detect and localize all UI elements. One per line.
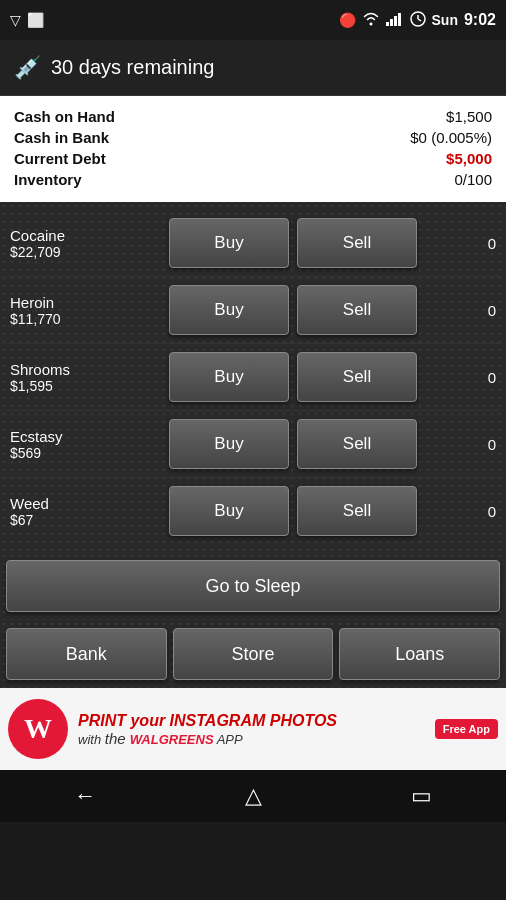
home-icon[interactable]: △: [237, 775, 270, 817]
store-button[interactable]: Store: [173, 628, 334, 680]
system-nav: ← △ ▭: [0, 770, 506, 822]
signal-bars-icon: [386, 12, 404, 29]
sell-button[interactable]: Sell: [297, 218, 417, 268]
wifi-icon: [362, 12, 380, 29]
sleep-button[interactable]: Go to Sleep: [6, 560, 500, 612]
market-row: Cocaine $22,709 Buy Sell 0: [6, 210, 500, 277]
svg-rect-2: [394, 16, 397, 26]
ad-line1: PRINT your INSTAGRAM PHOTOS: [78, 712, 435, 730]
ad-app-text: APP: [214, 732, 243, 747]
drug-price: $569: [10, 445, 120, 461]
drug-btn-group: Buy Sell: [120, 419, 466, 469]
ad-walgreens-text: WALGREENS: [130, 732, 214, 747]
status-right-icons: 🔴 Sun 9:02: [339, 11, 496, 30]
buy-button[interactable]: Buy: [169, 486, 289, 536]
ad-content: W PRINT your INSTAGRAM PHOTOS with the W…: [0, 688, 506, 770]
current-debt-row: Current Debt $5,000: [14, 148, 492, 169]
drug-btn-group: Buy Sell: [120, 285, 466, 335]
cash-in-bank-label: Cash in Bank: [14, 129, 109, 146]
image-icon: ⬜: [27, 12, 44, 28]
ad-your-text: your: [130, 712, 169, 729]
market-row: Shrooms $1,595 Buy Sell 0: [6, 344, 500, 411]
inventory-label: Inventory: [14, 171, 82, 188]
cash-on-hand-label: Cash on Hand: [14, 108, 115, 125]
drug-quantity: 0: [466, 302, 496, 319]
drug-quantity: 0: [466, 369, 496, 386]
cash-on-hand-value: $1,500: [446, 108, 492, 125]
bank-button[interactable]: Bank: [6, 628, 167, 680]
ad-instagram-text: INSTAGRAM PHOTOS: [170, 712, 337, 729]
drug-price: $22,709: [10, 244, 120, 260]
market-row: Heroin $11,770 Buy Sell 0: [6, 277, 500, 344]
drug-quantity: 0: [466, 503, 496, 520]
market-area: Cocaine $22,709 Buy Sell 0 Heroin $11,77…: [0, 202, 506, 552]
ad-the-text: the: [105, 730, 130, 747]
syringe-icon: 💉: [14, 55, 41, 81]
inventory-row: Inventory 0/100: [14, 169, 492, 190]
status-bar: ▽ ⬜ 🔴: [0, 0, 506, 40]
inventory-value: 0/100: [454, 171, 492, 188]
time-label: 9:02: [464, 11, 496, 29]
sell-button[interactable]: Sell: [297, 285, 417, 335]
signal-icon: ▽: [10, 12, 21, 28]
drug-price: $11,770: [10, 311, 120, 327]
drug-price: $1,595: [10, 378, 120, 394]
bluetooth-icon: 🔴: [339, 12, 356, 28]
drug-name: Weed: [10, 495, 120, 512]
market-row: Ecstasy $569 Buy Sell 0: [6, 411, 500, 478]
loans-button[interactable]: Loans: [339, 628, 500, 680]
clock-icon: [410, 11, 426, 30]
ad-with-text: with: [78, 732, 105, 747]
cash-on-hand-row: Cash on Hand $1,500: [14, 106, 492, 127]
title-bar: 💉 30 days remaining: [0, 40, 506, 96]
drug-info: Ecstasy $569: [10, 428, 120, 461]
free-app-badge: Free App: [435, 719, 498, 739]
svg-rect-3: [398, 13, 401, 26]
svg-rect-0: [386, 22, 389, 26]
day-label: Sun: [432, 12, 458, 28]
stats-panel: Cash on Hand $1,500 Cash in Bank $0 (0.0…: [0, 96, 506, 202]
buy-button[interactable]: Buy: [169, 218, 289, 268]
walgreens-logo-letter: W: [24, 713, 52, 745]
drug-info: Heroin $11,770: [10, 294, 120, 327]
drug-name: Heroin: [10, 294, 120, 311]
sell-button[interactable]: Sell: [297, 352, 417, 402]
svg-rect-1: [390, 19, 393, 26]
svg-line-6: [418, 19, 421, 21]
cash-in-bank-value: $0 (0.005%): [410, 129, 492, 146]
recents-icon[interactable]: ▭: [403, 775, 440, 817]
status-left-icons: ▽ ⬜: [10, 12, 44, 28]
drug-info: Shrooms $1,595: [10, 361, 120, 394]
ad-print-text: PRINT: [78, 712, 130, 729]
current-debt-label: Current Debt: [14, 150, 106, 167]
current-debt-value: $5,000: [446, 150, 492, 167]
drug-price: $67: [10, 512, 120, 528]
ad-line2: with the WALGREENS APP: [78, 730, 435, 747]
drug-info: Cocaine $22,709: [10, 227, 120, 260]
sell-button[interactable]: Sell: [297, 486, 417, 536]
sell-button[interactable]: Sell: [297, 419, 417, 469]
drug-quantity: 0: [466, 235, 496, 252]
drug-info: Weed $67: [10, 495, 120, 528]
walgreens-logo: W: [8, 699, 68, 759]
drug-quantity: 0: [466, 436, 496, 453]
drug-name: Cocaine: [10, 227, 120, 244]
buy-button[interactable]: Buy: [169, 352, 289, 402]
drug-name: Ecstasy: [10, 428, 120, 445]
bottom-nav: Bank Store Loans: [0, 620, 506, 688]
drug-btn-group: Buy Sell: [120, 486, 466, 536]
buy-button[interactable]: Buy: [169, 285, 289, 335]
ad-banner[interactable]: W PRINT your INSTAGRAM PHOTOS with the W…: [0, 688, 506, 770]
drug-btn-group: Buy Sell: [120, 352, 466, 402]
buy-button[interactable]: Buy: [169, 419, 289, 469]
ad-text: PRINT your INSTAGRAM PHOTOS with the WAL…: [78, 712, 435, 747]
title-text: 30 days remaining: [51, 56, 214, 79]
drug-btn-group: Buy Sell: [120, 218, 466, 268]
sleep-section: Go to Sleep: [0, 552, 506, 620]
back-icon[interactable]: ←: [66, 775, 104, 817]
market-row: Weed $67 Buy Sell 0: [6, 478, 500, 544]
cash-in-bank-row: Cash in Bank $0 (0.005%): [14, 127, 492, 148]
drug-name: Shrooms: [10, 361, 120, 378]
